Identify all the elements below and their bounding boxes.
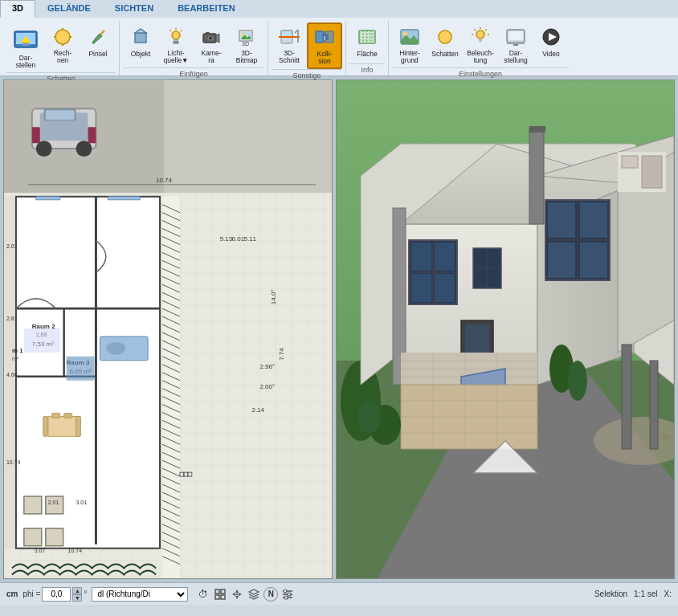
svg-text:6.01: 6.01 [232,235,245,243]
move-icon[interactable] [230,587,244,602]
info-group-label: Info [349,63,385,75]
north-icon[interactable]: N [263,587,278,602]
toolbar-icons: ⏱ N [196,587,295,602]
svg-rect-73 [46,110,75,120]
btn-darstellen[interactable]: Dar-stellen [6,22,45,72]
direction-dropdown[interactable]: dl (Richtung/Di [92,587,188,602]
svg-text:2.00°: 2.00° [259,383,275,390]
svg-rect-16 [174,42,178,43]
btn-flache-label: Fläche [357,50,378,58]
grid-icon[interactable] [213,587,227,602]
3d-scene-svg [337,80,674,578]
phi-spinners: ▲ ▼ [72,587,82,602]
btn-lichtquelle[interactable]: Licht-quelle▼ [158,22,194,67]
svg-text:!: ! [324,35,326,42]
svg-point-4 [55,30,70,44]
btn-objekt[interactable]: Objekt [123,22,158,60]
btn-rechnen[interactable]: Rech-nen [45,22,80,67]
svg-rect-93 [48,416,80,436]
svg-point-14 [172,31,180,39]
svg-point-249 [288,593,291,596]
svg-point-99 [106,342,125,355]
svg-rect-203 [529,126,545,133]
svg-rect-95 [64,413,72,418]
btn-beleuchtung-label: Beleuch-tung [467,50,494,65]
phi-degree: ° [84,589,87,598]
svg-rect-75 [88,127,96,143]
pinsel-icon [86,25,110,49]
btn-3d-bitmap[interactable]: 3D 3D-Bitmap [229,22,264,67]
svg-point-248 [284,589,287,593]
btn-pinsel[interactable]: Pinsel [80,22,116,60]
svg-text:2.14: 2.14 [251,406,264,414]
x-coord-label: X: [664,589,672,598]
phi-spin-down[interactable]: ▼ [72,594,82,602]
svg-rect-102 [24,528,42,546]
svg-rect-206 [622,156,638,168]
btn-kamera[interactable]: Kame-ra [194,22,229,67]
beleuchtung-icon [468,25,492,49]
svg-marker-242 [239,593,242,596]
svg-rect-3 [22,43,29,46]
tab-3d[interactable]: 3D [0,0,35,18]
btn-objekt-label: Objekt [131,50,151,58]
btn-3d-schnitt-label: 3D-Schnitt [279,50,300,65]
btn-video[interactable]: Video [533,22,569,60]
ribbon-group-info: Fläche Info [346,21,389,75]
phi-group: phi = ▲ ▼ ° [22,587,87,602]
ribbon-group-schatten: Dar-stellen Rech-nen [3,21,120,75]
btn-beleuchtung[interactable]: Beleuch-tung [463,22,498,67]
svg-text:4.66: 4.66 [6,372,18,377]
svg-rect-100 [24,496,42,514]
svg-rect-199 [548,243,575,278]
btn-flache[interactable]: Fläche [349,22,385,60]
btn-hintergrund-label: Hinter-grund [399,50,420,65]
btn-hintergrund[interactable]: Hinter-grund [392,22,427,67]
svg-text:14.0°: 14.0° [270,289,277,304]
svg-rect-59 [508,31,523,40]
svg-point-227 [568,361,587,401]
btn-darstellung[interactable]: Dar-stellung [498,22,533,67]
svg-point-250 [284,596,288,599]
objekt-icon [129,25,153,49]
workspace: 10.74 m 1 m² Raum 2 2,68 [0,76,678,582]
3d-view[interactable] [336,80,675,579]
tab-sichten[interactable]: SICHTEN [103,0,165,18]
svg-rect-235 [215,589,219,594]
svg-rect-97 [43,416,48,436]
svg-marker-239 [235,589,239,593]
btn-kollision[interactable]: ! Kolli-sion [307,22,342,69]
phi-input[interactable] [42,587,71,602]
clock-icon[interactable]: ⏱ [196,587,210,602]
svg-rect-207 [642,156,662,188]
svg-rect-186 [411,243,431,271]
svg-marker-11 [135,29,146,33]
svg-line-19 [181,31,182,32]
svg-rect-103 [46,528,63,546]
svg-rect-202 [529,128,544,224]
svg-point-28 [242,33,245,36]
3d-schnitt-icon [277,25,301,49]
btn-lichtquelle-label: Licht-quelle▼ [163,50,188,65]
plan-view[interactable]: 10.74 m 1 m² Raum 2 2,68 [3,80,333,579]
svg-rect-92 [24,328,60,353]
schatten-items: Dar-stellen Rech-nen [6,21,116,72]
svg-rect-201 [580,243,607,278]
tab-bearbeiten[interactable]: BEARBEITEN [165,0,247,18]
svg-text:3D: 3D [242,41,249,47]
einstellungen-items: Hinter-grund Schatten [392,21,569,67]
selektion-label: Selektion [594,589,627,598]
tab-gelande[interactable]: GELÄNDE [35,0,103,18]
btn-rechnen-label: Rech-nen [54,50,72,65]
settings-icon[interactable] [280,587,295,602]
svg-rect-200 [580,202,607,238]
phi-label: phi = [22,589,40,598]
btn-kamera-label: Kame-ra [201,50,221,65]
btn-3d-schnitt[interactable]: 3D-Schnitt [272,22,307,67]
phi-spin-up[interactable]: ▲ [72,587,82,594]
btn-schatten[interactable]: Schatten [427,22,463,60]
svg-point-9 [92,42,96,44]
svg-rect-60 [507,43,525,44]
svg-text:2.01: 2.01 [6,243,18,249]
layers-icon[interactable] [247,587,261,602]
